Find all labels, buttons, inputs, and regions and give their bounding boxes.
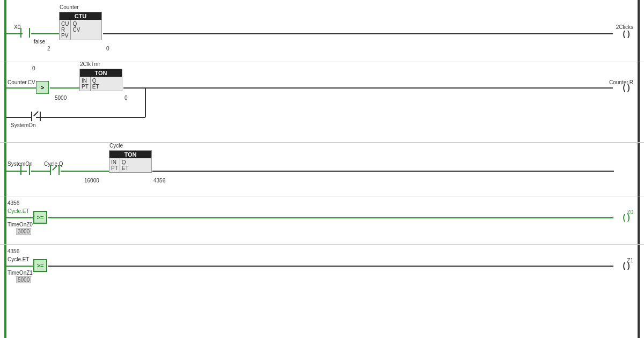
ctu-header: CTU (60, 12, 101, 20)
cycle-et-val4-top: 4356 (8, 200, 19, 206)
contact-cycleq-nc[interactable] (50, 165, 60, 177)
compare-gt-symbol: > (41, 84, 44, 91)
rung3-wire-to-ton (61, 171, 109, 172)
rung1-wire-right (103, 33, 613, 34)
coil-2clicks[interactable]: ( ) (620, 28, 632, 40)
ctu-r-value: false (34, 39, 45, 45)
coil-z1[interactable]: ( ) (620, 260, 632, 271)
rung4-wire-left (6, 217, 33, 218)
rung2-wire-to-ton (50, 87, 79, 89)
left-rail (4, 0, 6, 338)
contact-cycle-et5-label: Cycle.ET (8, 256, 30, 262)
ctu-cv-value: 0 (106, 46, 109, 52)
ton-label-2clktmr: 2ClkTmr (80, 61, 100, 67)
ton-cycle-et-value: 4356 (153, 178, 165, 183)
ton-outputs-2clk: Q ET (90, 77, 101, 91)
rung2-wire-right (145, 87, 613, 89)
rung2-wire-systemon-left (6, 117, 32, 118)
ton-pt-value: 5000 (55, 95, 67, 101)
ton-cycle-et-label: ET (122, 165, 129, 171)
ctu-cv-label: CV (72, 27, 80, 33)
compare-gte-z0-symbol: >= (37, 214, 44, 221)
ton-q-label: Q (92, 78, 99, 84)
coil-counter-r[interactable]: ( ) (620, 82, 632, 93)
section-div-4 (0, 244, 644, 245)
contact-systemon2-no[interactable] (20, 165, 30, 177)
rung2-wire-ton-q-right (123, 87, 145, 89)
rung2-wire-bottom (36, 117, 145, 118)
compare-gt-block[interactable]: > (36, 81, 49, 94)
rung5-wire-left (6, 266, 33, 267)
coil-z0-symbol: ( ) (623, 213, 630, 222)
contact-counter-cv-label: Counter.CV (8, 79, 35, 85)
ton-et-label: ET (92, 84, 99, 90)
coil-2clicks-symbol: ( ) (623, 30, 630, 38)
ton-2clktmr-block[interactable]: 2ClkTmr TON IN PT Q ET (79, 69, 122, 91)
ctu-r-label: R (61, 27, 69, 33)
ctu-block[interactable]: Counter CTU CU R PV Q CV (59, 12, 102, 40)
ton-pt-label: PT (82, 84, 89, 90)
timeonz0-value: 3000 (16, 228, 31, 235)
ton-header-cycle: TON (109, 151, 151, 158)
ton-body-cycle: IN PT Q ET (109, 158, 151, 172)
ton-header-2clk: TON (80, 69, 122, 77)
rung4-wire-right (48, 217, 613, 218)
contact-systemon-label: SystemOn (11, 122, 36, 128)
right-rail (638, 0, 640, 338)
compare-gte-z0-block[interactable]: >= (33, 211, 47, 224)
coil-z0[interactable]: ( ) (620, 211, 632, 223)
ton-cycle-q-label: Q (122, 159, 129, 165)
rung2-wire-v-down (145, 87, 146, 117)
compare-gte-z1-block[interactable]: >= (33, 259, 47, 272)
ton-cycle-block[interactable]: Cycle TON IN PT Q ET (109, 150, 152, 173)
rung3-wire-right (152, 171, 614, 172)
ton-inputs-cycle: IN PT (109, 158, 120, 172)
coil-counter-r-symbol: ( ) (623, 83, 630, 92)
compare-gte-z1-symbol: >= (37, 262, 44, 269)
timeonz0-label: TimeOnZ0 (8, 222, 33, 227)
ctu-inputs: CU R PV (60, 20, 70, 40)
section-div-3 (0, 196, 644, 196)
rung3-wire-between (31, 171, 50, 172)
ton-in-label: IN (82, 78, 89, 84)
rung2-wire-left (6, 87, 36, 89)
ctu-cu-label: CU (61, 21, 69, 27)
ton-inputs-2clk: IN PT (80, 77, 90, 91)
timeonz1-label: TimeOnZ1 (8, 270, 33, 276)
ton-et-value: 0 (125, 95, 128, 101)
section-div-2 (0, 142, 644, 143)
ctu-q-label: Q (72, 21, 80, 27)
coil-z1-symbol: ( ) (623, 261, 630, 270)
ton-cycle-in-label: IN (111, 159, 118, 165)
ton-cycle-pt-value: 16000 (84, 178, 99, 183)
rung5-wire-right (48, 266, 613, 267)
contact-systemon-nc[interactable] (31, 112, 41, 123)
ctu-label-counter: Counter (60, 4, 79, 10)
ctu-pv-value: 2 (47, 46, 50, 52)
ladder-diagram: X0 Counter CTU CU R PV Q CV false 2 0 (0, 0, 644, 338)
contact-cycle-et-label: Cycle.ET (8, 208, 30, 214)
ctu-outputs: Q CV (70, 20, 82, 40)
ctu-body: CU R PV Q CV (60, 20, 101, 40)
contact-x0[interactable] (20, 28, 30, 40)
ton-label-cycle: Cycle (109, 143, 123, 149)
ton-cycle-pt-label: PT (111, 165, 118, 171)
counter-cv-val-top: 0 (32, 65, 35, 71)
ton-body-2clk: IN PT Q ET (80, 77, 122, 91)
contact-x0-label: X0 (14, 24, 20, 30)
cycle-et-val5-top: 4356 (8, 248, 19, 254)
ton-outputs-cycle: Q ET (120, 158, 130, 172)
ctu-pv-label: PV (61, 33, 69, 39)
timeonz1-value: 5000 (16, 276, 31, 283)
